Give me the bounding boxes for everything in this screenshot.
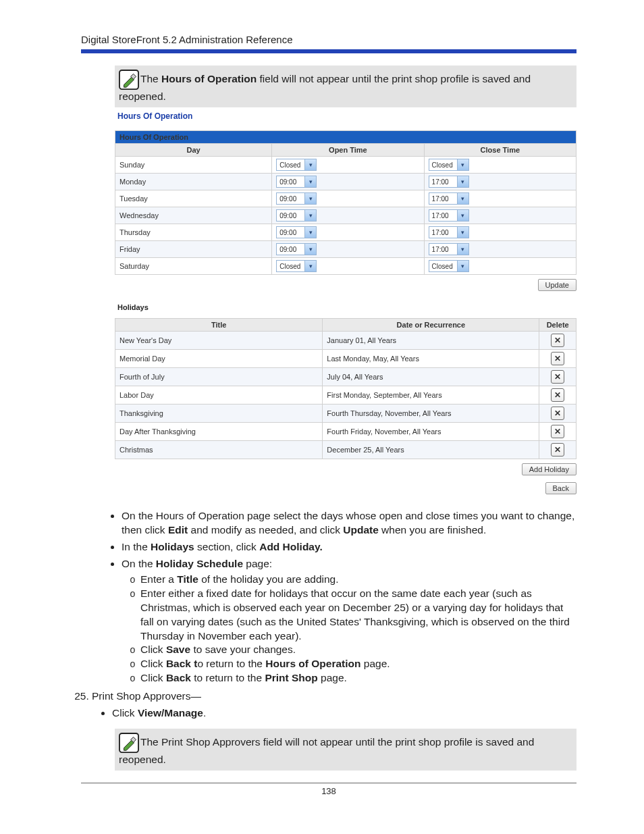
close-cell: Closed▾: [424, 157, 576, 174]
time-select[interactable]: Closed▾: [429, 260, 469, 272]
col-open: Open Time: [272, 144, 424, 157]
day-cell: Monday: [115, 174, 272, 190]
hours-table: Hours Of Operation Day Open Time Close T…: [115, 130, 576, 275]
day-cell: Wednesday: [115, 207, 272, 224]
table-header-row: Title Date or Recurrence Delete: [115, 319, 576, 332]
close-icon: ✕: [554, 372, 561, 382]
delete-cell: ✕: [539, 441, 576, 459]
chevron-down-icon[interactable]: ▾: [457, 244, 468, 255]
panel-title: Hours Of Operation: [115, 131, 576, 144]
close-icon: ✕: [554, 409, 561, 418]
time-select[interactable]: 09:00▾: [276, 226, 317, 238]
time-select[interactable]: Closed▾: [276, 159, 317, 171]
holiday-date-cell: Fourth Friday, November, All Years: [323, 423, 539, 441]
dropdown-value: 09:00: [277, 212, 304, 219]
time-select[interactable]: 09:00▾: [276, 176, 317, 188]
table-row: ChristmasDecember 25, All Years✕: [115, 441, 576, 459]
chevron-down-icon[interactable]: ▾: [304, 261, 316, 271]
delete-button[interactable]: ✕: [551, 352, 564, 365]
close-icon: ✕: [554, 445, 561, 454]
list-item: Click Back to return to the Hours of Ope…: [140, 657, 576, 671]
close-icon: ✕: [554, 427, 561, 436]
add-holiday-button[interactable]: Add Holiday: [522, 463, 576, 475]
close-cell: Closed▾: [424, 258, 576, 275]
dropdown-value: 17:00: [429, 195, 457, 203]
day-cell: Saturday: [115, 258, 272, 275]
list-item: Click Back to return to the Print Shop p…: [140, 671, 576, 685]
chevron-down-icon[interactable]: ▾: [304, 210, 316, 221]
list-item: Enter a Title of the holiday you are add…: [140, 573, 576, 587]
time-select[interactable]: 09:00▾: [276, 243, 317, 255]
time-select[interactable]: 17:00▾: [429, 209, 469, 221]
close-cell: 17:00▾: [424, 190, 576, 207]
dropdown-value: 09:00: [277, 246, 304, 253]
chevron-down-icon[interactable]: ▾: [457, 210, 468, 221]
time-select[interactable]: 17:00▾: [429, 192, 469, 205]
back-button[interactable]: Back: [545, 482, 576, 494]
dropdown-value: 17:00: [429, 229, 457, 236]
open-cell: 09:00▾: [272, 190, 424, 207]
delete-button[interactable]: ✕: [551, 370, 564, 384]
list-item: Click View/Manage.: [112, 706, 576, 721]
note-bold: Hours of Operation: [161, 73, 257, 84]
close-cell: 17:00▾: [424, 207, 576, 224]
header-rule: [81, 49, 576, 53]
table-row: ThanksgivingFourth Thursday, November, A…: [115, 405, 576, 423]
table-row: Memorial DayLast Monday, May, All Years✕: [115, 350, 576, 368]
pencil-icon: [119, 733, 139, 753]
table-row: Monday09:00▾17:00▾: [115, 174, 576, 190]
holiday-title-cell: Christmas: [115, 441, 323, 459]
chevron-down-icon[interactable]: ▾: [457, 261, 468, 271]
dropdown-value: Closed: [277, 263, 304, 270]
holiday-title-cell: Day After Thanksgiving: [115, 423, 323, 441]
chevron-down-icon[interactable]: ▾: [304, 176, 316, 187]
note-hours: The Hours of Operation field will not ap…: [115, 66, 576, 107]
list-item: Print Shop Approvers— Click View/Manage.: [92, 689, 576, 721]
close-cell: 17:00▾: [424, 224, 576, 241]
close-cell: 17:00▾: [424, 174, 576, 190]
chevron-down-icon[interactable]: ▾: [457, 176, 468, 187]
holiday-title-cell: Fourth of July: [115, 368, 323, 386]
delete-cell: ✕: [539, 368, 576, 386]
holiday-title-cell: Labor Day: [115, 386, 323, 405]
chevron-down-icon[interactable]: ▾: [304, 159, 316, 170]
list-item: On the Hours of Operation page select th…: [122, 509, 576, 538]
table-row: Thursday09:00▾17:00▾: [115, 224, 576, 241]
chevron-down-icon[interactable]: ▾: [457, 159, 468, 170]
note-text: The Print Shop Approvers field will not …: [119, 736, 534, 765]
chevron-down-icon[interactable]: ▾: [304, 244, 316, 255]
holiday-date-cell: Last Monday, May, All Years: [323, 350, 539, 368]
close-icon: ✕: [554, 354, 561, 363]
time-select[interactable]: 09:00▾: [276, 192, 317, 205]
chevron-down-icon[interactable]: ▾: [457, 227, 468, 238]
delete-button[interactable]: ✕: [551, 443, 564, 457]
table-row: New Year's DayJanuary 01, All Years✕: [115, 332, 576, 350]
col-date: Date or Recurrence: [323, 319, 539, 332]
holiday-date-cell: December 25, All Years: [323, 441, 539, 459]
update-button[interactable]: Update: [538, 279, 576, 291]
time-select[interactable]: 17:00▾: [429, 243, 469, 255]
time-select[interactable]: 09:00▾: [276, 209, 317, 221]
chevron-down-icon[interactable]: ▾: [304, 227, 316, 238]
time-select[interactable]: 17:00▾: [429, 226, 469, 238]
hours-screenshot: Hours Of Operation Hours Of Operation Da…: [115, 111, 576, 494]
note-approvers: The Print Shop Approvers field will not …: [115, 729, 576, 771]
table-row: Wednesday09:00▾17:00▾: [115, 207, 576, 224]
page-number: 138: [81, 786, 576, 796]
delete-button[interactable]: ✕: [551, 425, 564, 438]
delete-button[interactable]: ✕: [551, 388, 564, 402]
delete-button[interactable]: ✕: [551, 334, 564, 347]
holiday-date-cell: July 04, All Years: [323, 368, 539, 386]
table-row: SaturdayClosed▾Closed▾: [115, 258, 576, 275]
chevron-down-icon[interactable]: ▾: [457, 193, 468, 204]
time-select[interactable]: 17:00▾: [429, 176, 469, 188]
table-row: Tuesday09:00▾17:00▾: [115, 190, 576, 207]
chevron-down-icon[interactable]: ▾: [304, 193, 316, 204]
time-select[interactable]: Closed▾: [276, 260, 317, 272]
delete-cell: ✕: [539, 405, 576, 423]
instructions: On the Hours of Operation page select th…: [81, 509, 576, 771]
delete-button[interactable]: ✕: [551, 407, 564, 420]
time-select[interactable]: Closed▾: [429, 159, 469, 171]
dropdown-value: Closed: [429, 161, 457, 169]
dropdown-value: 09:00: [277, 195, 304, 203]
